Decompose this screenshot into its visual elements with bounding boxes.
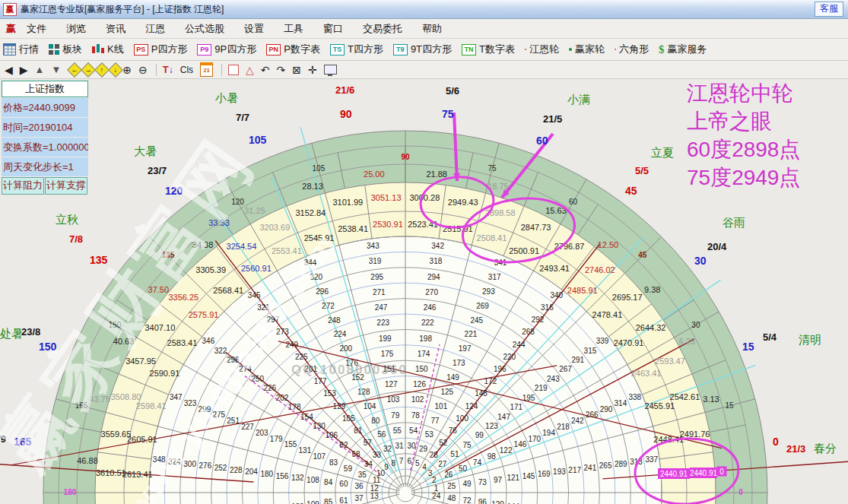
svg-text:200: 200: [340, 344, 353, 353]
menu-item-窗口[interactable]: 窗口: [323, 22, 343, 36]
wheel-outer-label-21/6: 21/6: [335, 84, 354, 96]
svg-text:176: 176: [345, 359, 358, 367]
menu-item-浏览[interactable]: 浏览: [66, 22, 86, 36]
六角形-icon: [615, 49, 616, 50]
svg-text:226: 226: [263, 384, 276, 392]
menu-item-江恩[interactable]: 江恩: [145, 22, 165, 36]
calc-support-button[interactable]: 计算支撑: [45, 177, 87, 195]
toolbar-item-P四方形[interactable]: PSP四方形: [134, 43, 188, 56]
menu-item-帮助[interactable]: 帮助: [422, 22, 442, 36]
wheel-outer-label-90: 90: [340, 108, 352, 120]
svg-text:268: 268: [522, 328, 535, 336]
prev-arrow-button[interactable]: ◀: [5, 64, 13, 76]
conversion-factor-field[interactable]: 变换系数=1.000000: [2, 138, 88, 157]
svg-text:37.50: 37.50: [148, 285, 170, 294]
svg-text:40.63: 40.63: [113, 337, 135, 346]
support-button[interactable]: 客服: [815, 2, 843, 17]
toolbar-item-赢家服务[interactable]: $赢家服务: [659, 43, 707, 56]
center-cross-button[interactable]: ✛: [308, 64, 317, 76]
clear-button[interactable]: Cls: [180, 65, 193, 75]
toolbar-item-9T四方形[interactable]: T99T四方形: [393, 43, 452, 56]
svg-text:243: 243: [547, 375, 560, 383]
monitor-button[interactable]: [324, 65, 337, 74]
toolbar-item-9P四方形[interactable]: P99P四方形: [197, 43, 256, 56]
svg-text:28: 28: [430, 451, 439, 459]
svg-text:171: 171: [510, 403, 522, 411]
svg-text:2553.41: 2553.41: [272, 246, 302, 255]
P数字表-icon: PN: [266, 44, 281, 55]
step-per-cycle-field[interactable]: 周天变化步长=1: [2, 157, 88, 176]
svg-text:2463.41: 2463.41: [631, 369, 662, 378]
diamond-down-button[interactable]: ↓: [108, 62, 123, 78]
toolbar-item-六角形[interactable]: 六角形: [615, 43, 649, 56]
svg-text:29: 29: [419, 445, 428, 453]
svg-text:217: 217: [568, 466, 581, 474]
svg-text:149: 149: [446, 373, 459, 382]
svg-text:2493.41: 2493.41: [539, 264, 570, 273]
svg-text:337: 337: [645, 455, 658, 464]
menu-logo-icon: 赢: [6, 22, 16, 36]
calc-resistance-button[interactable]: 计算阻力: [2, 177, 44, 195]
date-field[interactable]: 时间=20190104: [2, 118, 88, 137]
svg-text:276: 276: [199, 461, 212, 470]
svg-text:151: 151: [383, 365, 395, 373]
menu-item-工具[interactable]: 工具: [284, 22, 303, 36]
down-triangle-button[interactable]: ▼: [51, 64, 61, 75]
svg-text:51: 51: [450, 450, 459, 458]
svg-text:121: 121: [507, 474, 519, 482]
toolbar-item-板块[interactable]: 板块: [49, 43, 82, 56]
svg-text:74: 74: [473, 458, 482, 467]
toolbar-item-江恩轮[interactable]: 江恩轮: [525, 43, 559, 56]
svg-text:2523.41: 2523.41: [408, 220, 438, 229]
toolbar-item-赢家轮[interactable]: 赢家轮: [569, 43, 605, 56]
t-down-button[interactable]: T↓: [163, 64, 173, 75]
rotate-cw-button[interactable]: ↷: [277, 64, 286, 76]
wheel-outer-label-5/5: 5/5: [635, 165, 649, 176]
svg-text:245: 245: [470, 316, 483, 325]
toolbar-item-K线[interactable]: K线: [92, 43, 124, 56]
svg-text:342: 342: [431, 242, 444, 250]
next-arrow-button[interactable]: ▶: [20, 64, 28, 76]
price-field[interactable]: 价格=2440.9099: [2, 98, 88, 117]
toolbar-item-行情[interactable]: 行情: [3, 43, 39, 56]
svg-text:2746.02: 2746.02: [585, 265, 615, 274]
wheel-outer-label-谷雨: 谷雨: [723, 216, 745, 230]
wheel-outer-label-大暑: 大暑: [134, 144, 157, 159]
svg-text:2644.32: 2644.32: [636, 323, 666, 332]
toolbar-item-P数字表[interactable]: PNP数字表: [266, 43, 320, 56]
menu-item-公式选股[interactable]: 公式选股: [185, 22, 224, 36]
menu-item-设置[interactable]: 设置: [244, 22, 264, 36]
draw-triangle-button[interactable]: △: [246, 64, 254, 76]
svg-text:2491.76: 2491.76: [680, 430, 710, 439]
menu-item-资讯[interactable]: 资讯: [106, 22, 125, 36]
svg-text:296: 296: [316, 287, 329, 296]
svg-text:266: 266: [586, 410, 599, 419]
svg-text:3508.80: 3508.80: [111, 392, 141, 401]
svg-text:6: 6: [408, 457, 412, 465]
svg-text:99: 99: [475, 431, 484, 439]
menu-item-文件[interactable]: 文件: [27, 22, 46, 36]
calendar-button[interactable]: 21: [200, 62, 213, 77]
drawing-toolbar: ◀▶▲▼←→↑↓⊕⊖T↓Cls21△↶↷⊠✛: [0, 61, 848, 79]
up-triangle-button[interactable]: ▲: [35, 64, 45, 75]
delete-box-button[interactable]: ⊠: [292, 64, 301, 76]
svg-text:15: 15: [725, 401, 734, 410]
title-bar[interactable]: 赢 赢家江恩专业版[赢家服务平台] - [上证指数 江恩轮] 客服: [0, 0, 848, 19]
svg-text:315: 315: [584, 347, 597, 355]
toolbar-item-T四方形[interactable]: TST四方形: [330, 43, 383, 56]
svg-text:2542.61: 2542.61: [670, 392, 700, 401]
wheel-outer-label-135: 135: [90, 254, 107, 266]
svg-text:30: 30: [407, 442, 416, 450]
gann-wheel-chart-area[interactable]: 1234567891011121324252627282930313233343…: [0, 78, 848, 504]
zoom-out-button[interactable]: ⊖: [138, 64, 148, 76]
svg-text:123: 123: [485, 422, 498, 430]
menu-item-交易委托[interactable]: 交易委托: [363, 22, 402, 36]
svg-text:33.33: 33.33: [208, 218, 230, 227]
svg-text:319: 319: [369, 257, 382, 265]
draw-square-button[interactable]: [228, 65, 239, 75]
zoom-in-button[interactable]: ⊕: [122, 64, 132, 76]
rotate-ccw-button[interactable]: ↶: [261, 64, 270, 76]
svg-text:221: 221: [465, 330, 478, 338]
toolbar-item-T数字表[interactable]: TNT数字表: [462, 43, 515, 56]
svg-text:107: 107: [313, 452, 326, 461]
